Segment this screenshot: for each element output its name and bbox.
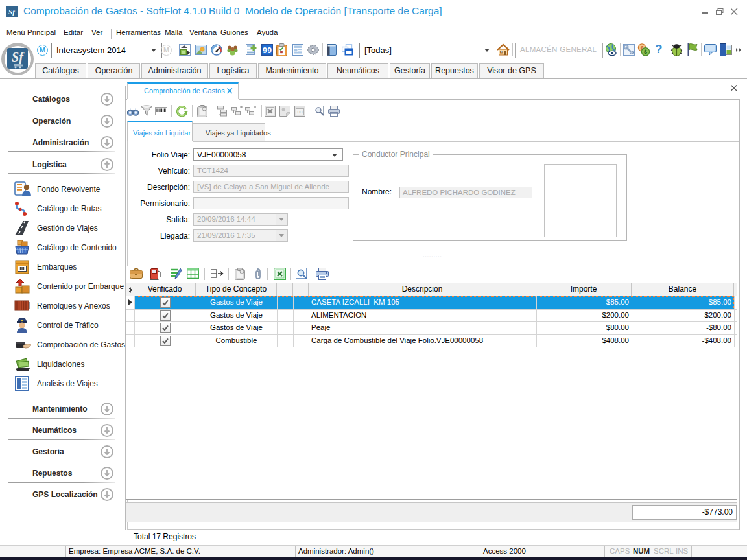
svg-text:Sf: Sf <box>8 8 16 16</box>
svg-text:99: 99 <box>263 47 272 56</box>
svg-text:TXT: TXT <box>297 110 303 114</box>
svg-text:$: $ <box>644 49 647 55</box>
